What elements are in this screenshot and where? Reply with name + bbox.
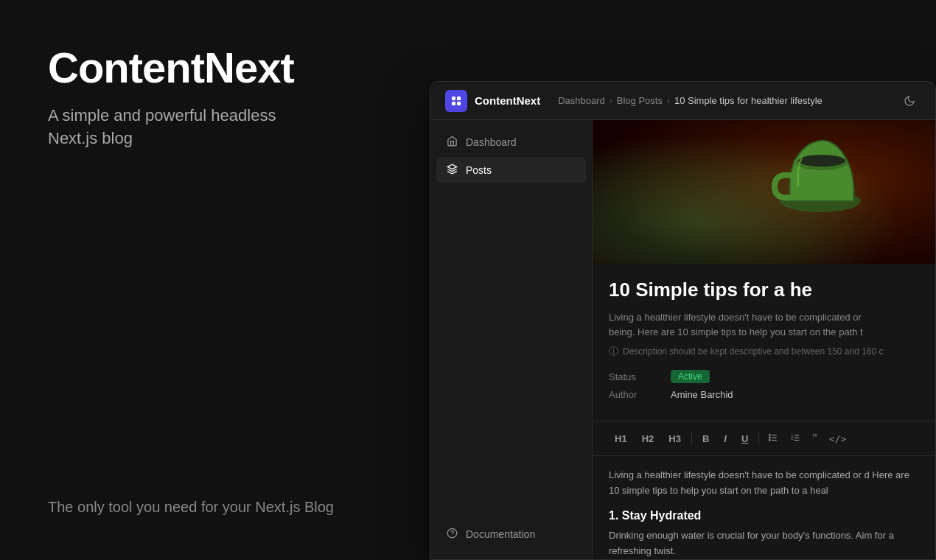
breadcrumb-sep-2: › [667, 96, 670, 106]
svg-rect-0 [452, 97, 455, 100]
app-logo: ContentNext [445, 90, 540, 112]
brand-title: ContentNext [48, 44, 380, 91]
sidebar-item-posts[interactable]: Posts [436, 157, 586, 183]
editor-intro: Living a healthier lifestyle doesn't hav… [609, 468, 919, 499]
breadcrumb-current: 10 Simple tips for healthier lifestyle [674, 95, 823, 106]
toolbar-italic[interactable]: I [718, 430, 733, 447]
editor-toolbar: H1 H2 H3 B I U [593, 421, 935, 456]
docs-icon [445, 528, 458, 541]
app-header: ContentNext Dashboard › Blog Posts › 10 … [430, 82, 935, 120]
toolbar-h3[interactable]: H3 [663, 430, 687, 447]
status-label: Status [609, 371, 653, 382]
breadcrumb-dashboard[interactable]: Dashboard [558, 95, 605, 106]
post-description: Living a healthier lifestyle doesn't hav… [609, 310, 919, 339]
status-badge: Active [671, 370, 710, 383]
status-row: Status Active [609, 370, 919, 383]
svg-point-10 [798, 155, 845, 167]
posts-icon [445, 164, 458, 177]
toolbar-ordered-list[interactable] [786, 430, 805, 448]
svg-rect-3 [457, 102, 461, 105]
app-title: ContentNext [475, 94, 540, 107]
toolbar-code[interactable]: </> [825, 430, 851, 447]
home-icon [445, 136, 458, 149]
app-body: Dashboard Posts [430, 120, 935, 559]
sidebar-posts-label: Posts [466, 164, 492, 176]
breadcrumb-posts[interactable]: Blog Posts [617, 95, 663, 106]
toolbar-h1[interactable]: H1 [609, 430, 633, 447]
toolbar-h2[interactable]: H2 [636, 430, 660, 447]
content-area: 10 Simple tips for a he Living a healthi… [593, 120, 935, 559]
toolbar-bold[interactable]: B [696, 430, 715, 447]
author-value: Amine Barchid [671, 389, 733, 400]
svg-rect-7 [593, 120, 935, 264]
app-logo-icon [445, 90, 467, 112]
svg-point-14 [769, 434, 771, 435]
toolbar-sep-1 [691, 433, 692, 444]
editor-body[interactable]: Living a healthier lifestyle doesn't hav… [593, 456, 935, 559]
seo-hint: ⓘ Description should be kept descriptive… [609, 345, 919, 358]
svg-point-15 [769, 437, 771, 438]
post-content: 10 Simple tips for a he Living a healthi… [593, 264, 935, 421]
sidebar-bottom: Documentation [436, 521, 586, 550]
seo-hint-text: Description should be kept descriptive a… [623, 346, 884, 357]
post-hero-image [593, 120, 935, 264]
svg-point-16 [769, 439, 771, 441]
toolbar-bullet-list[interactable] [764, 430, 783, 448]
sidebar: Dashboard Posts [430, 120, 593, 559]
editor-section1-heading: 1. Stay Hydrated [609, 509, 919, 522]
svg-rect-1 [457, 97, 461, 100]
toolbar-underline[interactable]: U [736, 430, 754, 447]
sidebar-docs-label: Documentation [466, 528, 535, 540]
breadcrumb-sep-1: › [610, 96, 612, 106]
info-icon: ⓘ [609, 345, 618, 358]
author-label: Author [609, 389, 653, 400]
editor-section1-text: Drinking enough water is crucial for you… [609, 528, 919, 559]
tagline: The only tool you need for your Next.js … [48, 499, 380, 516]
app-window: ContentNext Dashboard › Blog Posts › 10 … [430, 81, 936, 560]
left-panel: ContentNext A simple and powerful headle… [0, 0, 427, 560]
sidebar-item-dashboard[interactable]: Dashboard [436, 129, 586, 155]
author-row: Author Amine Barchid [609, 389, 919, 400]
dark-mode-button[interactable] [898, 90, 921, 112]
toolbar-sep-2 [758, 433, 759, 444]
toolbar-quote[interactable]: " [808, 429, 822, 448]
svg-rect-2 [452, 102, 455, 105]
sidebar-nav: Dashboard Posts [436, 129, 586, 183]
post-title: 10 Simple tips for a he [609, 279, 919, 301]
sidebar-dashboard-label: Dashboard [466, 136, 517, 148]
sidebar-item-docs[interactable]: Documentation [436, 521, 586, 547]
brand-subtitle: A simple and powerful headlessNext.js bl… [48, 105, 380, 150]
